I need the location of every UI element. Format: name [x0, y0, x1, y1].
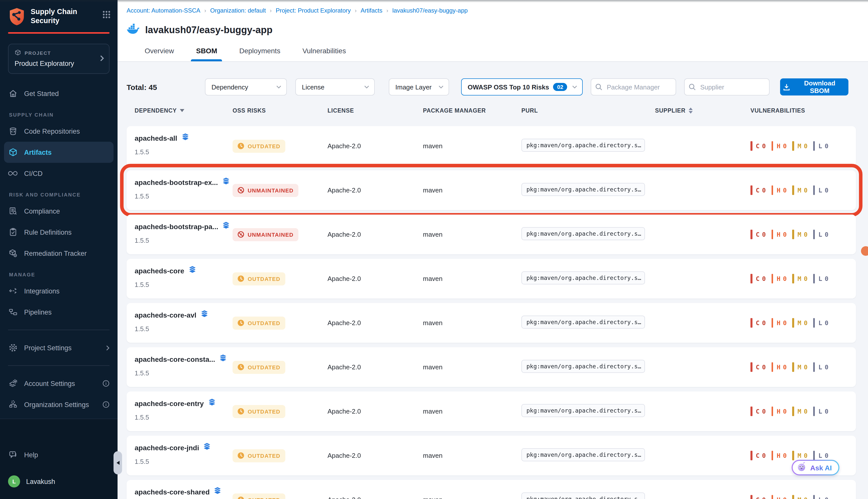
- layers-icon[interactable]: [200, 310, 209, 320]
- table-row[interactable]: apacheds-all 1.5.5: [127, 126, 856, 166]
- download-sbom-button[interactable]: Download SBOM: [780, 78, 848, 96]
- layers-icon[interactable]: [222, 222, 230, 231]
- tab-sbom[interactable]: SBOM: [196, 47, 217, 61]
- sidebar-item-account-settings[interactable]: Account Settings: [0, 373, 117, 394]
- dependency-filter-select[interactable]: Dependency: [205, 78, 287, 96]
- layers-icon[interactable]: [181, 133, 189, 143]
- layers-icon[interactable]: [203, 443, 211, 452]
- sidebar-item-get-started[interactable]: Get Started: [0, 83, 117, 104]
- sidebar-item-label: Code Repositories: [24, 127, 80, 135]
- table-row[interactable]: apacheds-core-avl 1.5.5: [127, 303, 856, 343]
- breadcrumb-organization[interactable]: Organization: default: [210, 7, 266, 14]
- risk-badge: OUTDATED: [233, 449, 285, 462]
- main-content: Account: Automation-SSCA › Organization:…: [117, 0, 868, 499]
- purl-value[interactable]: pkg:maven/org.apache.directory.s…: [521, 183, 645, 196]
- purl-value[interactable]: pkg:maven/org.apache.directory.s…: [521, 448, 645, 461]
- avatar: L: [8, 475, 20, 487]
- purl-value[interactable]: pkg:maven/org.apache.directory.s…: [521, 492, 645, 499]
- high-count: H0: [771, 451, 786, 460]
- tab-vulnerabilities[interactable]: Vulnerabilities: [302, 47, 346, 61]
- dependency-version: 1.5.5: [135, 193, 233, 200]
- table-row[interactable]: apacheds-core 1.5.5: [127, 259, 856, 299]
- purl-value[interactable]: pkg:maven/org.apache.directory.s…: [521, 227, 645, 240]
- breadcrumb-account[interactable]: Account: Automation-SSCA: [127, 7, 200, 14]
- sidebar-item-project-settings[interactable]: Project Settings: [0, 337, 117, 358]
- table-row[interactable]: apacheds-core-entry 1.5.5: [127, 391, 856, 431]
- user-menu[interactable]: L Lavakush: [0, 475, 117, 487]
- breadcrumb-artifacts[interactable]: Artifacts: [361, 7, 383, 14]
- sidebar-item-organization-settings[interactable]: Organization Settings: [0, 394, 117, 415]
- low-count: L0: [813, 362, 828, 372]
- low-count: L0: [813, 185, 828, 195]
- layers-icon[interactable]: [219, 354, 227, 364]
- info-icon[interactable]: [102, 401, 110, 408]
- layers-icon[interactable]: [214, 487, 222, 497]
- license-cell: Apache-2.0: [327, 142, 423, 150]
- select-value: License: [302, 83, 324, 91]
- purl-value[interactable]: pkg:maven/org.apache.directory.s…: [521, 360, 645, 373]
- purl-value[interactable]: pkg:maven/org.apache.directory.s…: [521, 138, 645, 151]
- table-row[interactable]: apacheds-bootstrap-ex... 1.5.5: [127, 170, 856, 210]
- column-supplier[interactable]: SUPPLIER: [655, 108, 751, 113]
- sidebar-item-label: Remediation Tracker: [24, 250, 87, 257]
- breadcrumb-artifact-name[interactable]: lavakush07/easy-buggy-app: [392, 7, 468, 14]
- package-manager-search-input[interactable]: [591, 78, 676, 96]
- sidebar-item-rule-definitions[interactable]: Rule Definitions: [0, 222, 117, 243]
- layers-icon[interactable]: [188, 266, 196, 276]
- docker-whale-icon: [127, 24, 140, 36]
- sidebar-item-help[interactable]: Help: [0, 444, 117, 465]
- high-count: H0: [771, 274, 786, 283]
- sidebar-item-artifacts[interactable]: Artifacts: [4, 142, 113, 163]
- brand-title: Supply Chain Security: [30, 8, 85, 25]
- sidebar-item-compliance[interactable]: Compliance: [0, 200, 117, 222]
- tab-deployments[interactable]: Deployments: [239, 47, 280, 61]
- column-package-manager[interactable]: PACKAGE MANAGER: [423, 108, 521, 113]
- select-value: Image Layer: [395, 83, 432, 91]
- package-manager-cell: maven: [423, 496, 521, 499]
- column-license[interactable]: LICENSE: [327, 108, 423, 113]
- help-chat-icon: [8, 450, 17, 459]
- apps-grid-icon[interactable]: [102, 11, 111, 21]
- info-icon[interactable]: [102, 380, 110, 387]
- project-selector[interactable]: PROJECT Product Exploratory: [8, 44, 110, 74]
- dependency-cell: apacheds-all 1.5.5: [127, 126, 233, 156]
- sidebar-item-remediation-tracker[interactable]: Remediation Tracker: [0, 243, 117, 264]
- column-dependency[interactable]: DEPENDENCY: [127, 108, 233, 113]
- medium-count: M0: [792, 141, 807, 151]
- license-filter-select[interactable]: License: [295, 78, 375, 96]
- table-row[interactable]: apacheds-core-shared 1.5.5: [127, 480, 856, 499]
- layers-icon[interactable]: [208, 399, 216, 408]
- sidebar-item-cicd[interactable]: CI/CD: [0, 163, 117, 184]
- purl-value[interactable]: pkg:maven/org.apache.directory.s…: [521, 404, 645, 417]
- dependency-version: 1.5.5: [135, 325, 233, 333]
- supplier-search-input[interactable]: [684, 78, 770, 96]
- ask-ai-button[interactable]: Ask AI: [792, 460, 839, 475]
- critical-count: C0: [751, 185, 766, 195]
- purl-value[interactable]: pkg:maven/org.apache.directory.s…: [521, 271, 645, 284]
- sidebar-item-code-repositories[interactable]: Code Repositories: [0, 121, 117, 142]
- table-row[interactable]: apacheds-core-consta... 1.5.5: [127, 347, 856, 387]
- owasp-risks-filter-select[interactable]: OWASP OSS Top 10 Risks 02: [461, 78, 583, 96]
- image-layer-filter-select[interactable]: Image Layer: [389, 78, 449, 96]
- sidebar-item-pipelines[interactable]: Pipelines: [0, 302, 117, 322]
- sidebar-collapse-handle[interactable]: [113, 451, 122, 474]
- layers-icon[interactable]: [222, 178, 230, 187]
- column-oss-risks[interactable]: OSS RISKS: [233, 108, 327, 113]
- page-header: Account: Automation-SSCA › Organization:…: [117, 0, 868, 62]
- vulnerabilities-cell: C0 H0 M0 L0: [751, 451, 856, 460]
- purl-value[interactable]: pkg:maven/org.apache.directory.s…: [521, 315, 645, 328]
- purl-cell: pkg:maven/org.apache.directory.s…: [521, 315, 655, 330]
- column-purl[interactable]: PURL: [521, 108, 655, 113]
- license-cell: Apache-2.0: [327, 363, 423, 371]
- oss-risk-cell: OUTDATED: [233, 272, 327, 285]
- breadcrumb-project[interactable]: Project: Product Exploratory: [276, 7, 351, 14]
- tab-overview[interactable]: Overview: [145, 47, 174, 61]
- oss-risk-cell: UNMAINTAINED: [233, 228, 327, 241]
- dependency-cell: apacheds-core-shared 1.5.5: [127, 480, 233, 499]
- license-cell: Apache-2.0: [327, 407, 423, 415]
- sidebar-item-integrations[interactable]: Integrations: [0, 280, 117, 302]
- table-row[interactable]: apacheds-bootstrap-pa... 1.5.5: [127, 215, 856, 254]
- table-row[interactable]: apacheds-core-jndi 1.5.5: [127, 436, 856, 475]
- package-manager-cell: maven: [423, 231, 521, 238]
- column-vulnerabilities[interactable]: VULNERABILITIES: [751, 108, 856, 113]
